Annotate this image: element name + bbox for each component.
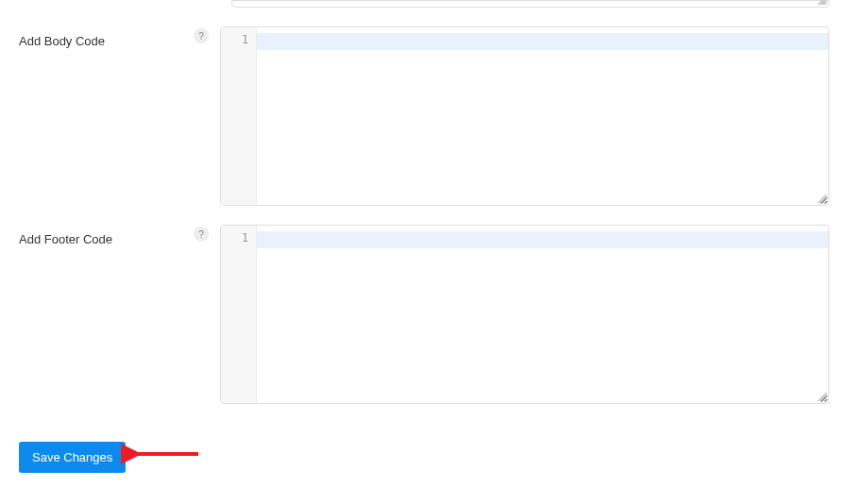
help-icon[interactable]: ? [194, 227, 209, 242]
previous-editor-fragment [0, 0, 852, 8]
body-code-label-col: Add Body Code [19, 26, 194, 48]
resize-handle-icon [817, 0, 826, 5]
body-code-editor[interactable]: 1 [220, 26, 829, 206]
footer-code-gutter: 1 [221, 226, 257, 403]
button-row: Save Changes [0, 423, 852, 492]
resize-handle-icon [817, 392, 826, 401]
footer-code-label: Add Footer Code [19, 232, 194, 246]
help-icon[interactable]: ? [194, 28, 209, 43]
body-code-area[interactable] [257, 27, 828, 205]
body-code-editor-col: 1 [220, 26, 852, 206]
annotation-arrow-icon [121, 440, 206, 468]
code-line-active[interactable] [257, 33, 828, 50]
line-number: 1 [227, 33, 248, 46]
body-code-label: Add Body Code [19, 34, 194, 48]
save-changes-button[interactable]: Save Changes [19, 442, 126, 473]
footer-code-row: Add Footer Code ? 1 [0, 225, 852, 404]
footer-code-label-col: Add Footer Code [19, 225, 194, 246]
footer-code-editor[interactable]: 1 [220, 225, 829, 404]
line-number: 1 [227, 231, 248, 244]
body-code-gutter: 1 [221, 27, 257, 205]
code-line-active[interactable] [257, 231, 828, 248]
footer-code-editor-col: 1 [220, 225, 852, 404]
footer-code-area[interactable] [257, 226, 828, 403]
resize-handle-icon [817, 193, 826, 203]
code-editor-fragment[interactable] [231, 0, 829, 8]
body-code-row: Add Body Code ? 1 [0, 26, 852, 206]
